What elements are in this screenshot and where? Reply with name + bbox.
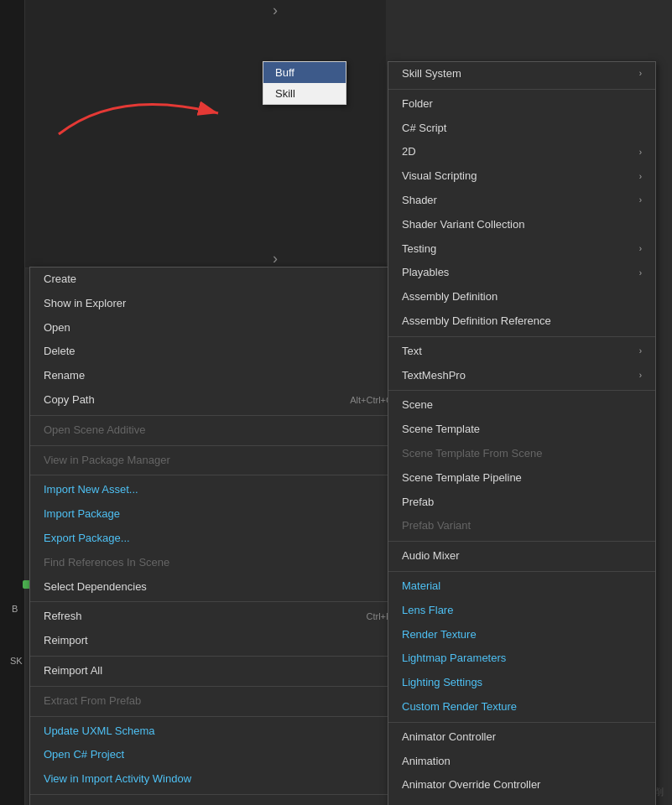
refresh-item[interactable]: Refresh Ctrl+R <box>30 605 406 629</box>
b-label: B <box>12 604 18 614</box>
import-new-asset-item[interactable]: Import New Asset... <box>30 478 406 502</box>
sk-label: SK <box>10 656 23 666</box>
lens-flare-item[interactable]: Lens Flare <box>388 599 655 623</box>
testing-item[interactable]: Testing › <box>388 237 655 262</box>
scene-template-from-scene-item: Scene Template From Scene <box>388 442 655 466</box>
reimport-item[interactable]: Reimport <box>30 629 406 653</box>
textmeshpro-item[interactable]: TextMeshPro › <box>388 364 655 388</box>
main-context-menu: Create › Show in Explorer Open Delete Re… <box>29 267 407 805</box>
mid-chevron: › <box>273 250 278 267</box>
skill-item[interactable]: Skill <box>263 83 346 104</box>
playables-item[interactable]: Playables › <box>388 261 655 285</box>
buff-item[interactable]: Buff <box>263 62 346 83</box>
find-references-item: Find References In Scene <box>30 551 406 575</box>
scene-template-pipeline-item[interactable]: Scene Template Pipeline <box>388 466 655 491</box>
update-uxml-item[interactable]: Update UXML Schema <box>30 719 406 744</box>
csharp-script-item[interactable]: C# Script <box>388 117 655 141</box>
animation-item[interactable]: Animation <box>388 750 655 774</box>
assembly-def-item[interactable]: Assembly Definition <box>388 285 655 309</box>
scene-item[interactable]: Scene <box>388 393 655 418</box>
select-dependencies-item[interactable]: Select Dependencies <box>30 575 406 600</box>
import-package-item[interactable]: Import Package › <box>30 502 406 527</box>
custom-render-texture-item[interactable]: Custom Render Texture <box>388 695 655 719</box>
skill-system-item[interactable]: Skill System › <box>388 62 655 86</box>
render-texture-item[interactable]: Render Texture <box>388 623 655 647</box>
animator-override-item[interactable]: Animator Override Controller <box>388 773 655 797</box>
audio-mixer-item[interactable]: Audio Mixer <box>388 544 655 569</box>
extract-from-prefab-item: Extract From Prefab <box>30 689 406 714</box>
shader-variant-item[interactable]: Shader Variant Collection <box>388 213 655 237</box>
view-import-activity-item[interactable]: View in Import Activity Window <box>30 767 406 792</box>
reimport-all-item[interactable]: Reimport All <box>30 659 406 683</box>
create-item[interactable]: Create › <box>30 267 406 292</box>
show-explorer-item[interactable]: Show in Explorer <box>30 292 406 316</box>
scene-template-item[interactable]: Scene Template <box>388 418 655 442</box>
visual-scripting-item[interactable]: Visual Scripting › <box>388 164 655 189</box>
2d-item[interactable]: 2D › <box>388 140 655 164</box>
shader-item[interactable]: Shader › <box>388 189 655 213</box>
buff-skill-menu: Buff Skill <box>263 61 346 105</box>
rename-item[interactable]: Rename <box>30 364 406 388</box>
delete-item[interactable]: Delete <box>30 340 406 364</box>
text-item[interactable]: Text › <box>388 340 655 364</box>
properties-item[interactable]: Properties Alt+P <box>30 797 406 805</box>
open-csharp-item[interactable]: Open C# Project <box>30 743 406 767</box>
view-package-manager-item: View in Package Manager <box>30 449 406 473</box>
top-chevron: › <box>273 2 278 19</box>
copy-path-item[interactable]: Copy Path Alt+Ctrl+C <box>30 388 406 413</box>
material-item[interactable]: Material <box>388 574 655 599</box>
create-submenu: Skill System › Folder C# Script 2D › Vis… <box>388 61 656 805</box>
open-scene-additive-item: Open Scene Additive <box>30 418 406 443</box>
open-item[interactable]: Open <box>30 316 406 340</box>
folder-item[interactable]: Folder <box>388 92 655 117</box>
lighting-settings-item[interactable]: Lighting Settings <box>388 671 655 695</box>
lightmap-params-item[interactable]: Lightmap Parameters <box>388 647 655 671</box>
assembly-def-ref-item[interactable]: Assembly Definition Reference <box>388 309 655 334</box>
avatar-mask-item[interactable]: Avatar Mask <box>388 797 655 805</box>
prefab-item[interactable]: Prefab <box>388 491 655 515</box>
prefab-variant-item: Prefab Variant <box>388 514 655 538</box>
red-arrow <box>50 80 235 147</box>
export-package-item[interactable]: Export Package... <box>30 527 406 551</box>
animator-controller-item[interactable]: Animator Controller <box>388 725 655 750</box>
